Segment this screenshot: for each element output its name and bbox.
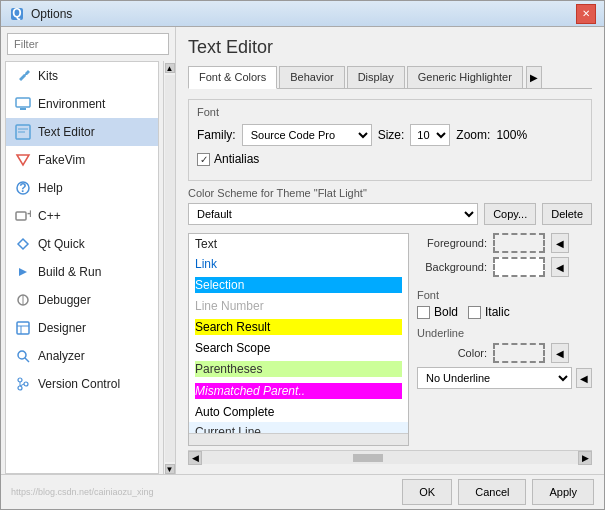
sidebar-item-kits[interactable]: Kits — [6, 62, 158, 90]
sidebar-item-cpp[interactable]: ++ C++ — [6, 202, 158, 230]
sidebar-item-help[interactable]: ? Help — [6, 174, 158, 202]
antialias-row: Antialias — [197, 152, 583, 166]
background-row: Background: ◀ — [417, 257, 592, 277]
list-item-autocomplete[interactable]: Auto Complete — [189, 402, 408, 422]
font-section-label: Font — [197, 106, 583, 118]
list-item-searchscope[interactable]: Search Scope — [189, 338, 408, 358]
underline-color-arrow[interactable]: ◀ — [551, 343, 569, 363]
color-list-hscroll — [189, 433, 408, 445]
h-scroll-thumb[interactable] — [353, 454, 383, 462]
cancel-button[interactable]: Cancel — [458, 479, 526, 505]
sidebar-item-designer[interactable]: Designer — [6, 314, 158, 342]
h-scroll-left-btn[interactable]: ◀ — [188, 451, 202, 465]
debugger-icon — [14, 291, 32, 309]
right-panel: Foreground: ◀ Background: ◀ Font — [417, 233, 592, 446]
sidebar-item-texteditor[interactable]: Text Editor — [6, 118, 158, 146]
svg-point-21 — [24, 382, 28, 386]
sidebar-item-label: Analyzer — [38, 349, 85, 363]
font-family-select[interactable]: Source Code Pro — [242, 124, 372, 146]
zoom-value: 100% — [496, 128, 527, 142]
list-item-selection[interactable]: Selection — [189, 274, 408, 296]
watermark: https://blog.csdn.net/cainiaozu_xing — [11, 487, 158, 497]
close-button[interactable]: ✕ — [576, 4, 596, 24]
list-item-currentline[interactable]: Current Line — [189, 422, 408, 433]
analyzer-icon — [14, 347, 32, 365]
underline-label: Underline — [417, 327, 592, 339]
list-item-searchresult[interactable]: Search Result — [189, 316, 408, 338]
list-item-linenumber[interactable]: Line Number — [189, 296, 408, 316]
tab-generichighlighter[interactable]: Generic Highlighter — [407, 66, 523, 88]
font-family-row: Family: Source Code Pro Size: 10 Zoom: 1… — [197, 124, 583, 146]
ok-button[interactable]: OK — [402, 479, 452, 505]
sidebar-item-label: C++ — [38, 209, 61, 223]
tab-next-arrow[interactable]: ▶ — [526, 66, 542, 88]
sidebar-item-debugger[interactable]: Debugger — [6, 286, 158, 314]
app-icon: Q — [9, 6, 25, 22]
foreground-row: Foreground: ◀ — [417, 233, 592, 253]
delete-scheme-button[interactable]: Delete — [542, 203, 592, 225]
list-item-link[interactable]: Link — [189, 254, 408, 274]
underline-style-select[interactable]: No Underline — [417, 367, 572, 389]
foreground-arrow[interactable]: ◀ — [551, 233, 569, 253]
color-scheme-label: Color Scheme for Theme "Flat Light" — [188, 187, 592, 199]
versioncontrol-icon — [14, 375, 32, 393]
italic-label: Italic — [485, 305, 510, 319]
size-label: Size: — [378, 128, 405, 142]
bold-label: Bold — [434, 305, 458, 319]
sidebar-item-label: Text Editor — [38, 125, 95, 139]
sidebar-scroll-up[interactable]: ▲ — [165, 63, 175, 73]
sidebar-item-qtquick[interactable]: Qt Quick — [6, 230, 158, 258]
underline-color-swatch[interactable] — [493, 343, 545, 363]
h-scroll-right-btn[interactable]: ▶ — [578, 451, 592, 465]
tab-behavior[interactable]: Behavior — [279, 66, 344, 88]
italic-checkbox[interactable] — [468, 306, 481, 319]
colors-area: Text Link Selection Line Number Search R… — [188, 233, 592, 446]
list-item-parentheses[interactable]: Parentheses — [189, 358, 408, 380]
sidebar-item-label: Help — [38, 181, 63, 195]
wrench-icon — [14, 67, 32, 85]
svg-point-19 — [18, 378, 22, 382]
list-item-text[interactable]: Text — [189, 234, 408, 254]
background-swatch[interactable] — [493, 257, 545, 277]
background-arrow[interactable]: ◀ — [551, 257, 569, 277]
underline-color-label: Color: — [417, 347, 487, 359]
antialias-checkbox[interactable] — [197, 153, 210, 166]
underline-section: Underline Color: ◀ No Underline ◀ — [417, 327, 592, 389]
monitor-icon — [14, 95, 32, 113]
color-list-items: Text Link Selection Line Number Search R… — [189, 234, 408, 433]
svg-marker-7 — [17, 155, 29, 165]
bold-checkbox[interactable] — [417, 306, 430, 319]
qtquick-icon — [14, 235, 32, 253]
sidebar-item-fakevim[interactable]: FakeVim — [6, 146, 158, 174]
bottom-bar: https://blog.csdn.net/cainiaozu_xing OK … — [1, 474, 604, 509]
copy-scheme-button[interactable]: Copy... — [484, 203, 536, 225]
svg-rect-14 — [17, 322, 29, 334]
sidebar-item-label: FakeVim — [38, 153, 85, 167]
svg-point-17 — [18, 351, 26, 359]
font-section: Font Family: Source Code Pro Size: 10 Zo… — [188, 99, 592, 181]
svg-rect-2 — [16, 98, 30, 107]
svg-line-18 — [25, 358, 29, 362]
font-subsection: Font Bold Italic — [417, 289, 592, 319]
foreground-swatch[interactable] — [493, 233, 545, 253]
sidebar-item-environment[interactable]: Environment — [6, 90, 158, 118]
underline-style-arrow[interactable]: ◀ — [576, 368, 592, 388]
zoom-label: Zoom: — [456, 128, 490, 142]
sidebar-item-buildrun[interactable]: Build & Run — [6, 258, 158, 286]
sidebar-scroll-down[interactable]: ▼ — [165, 464, 175, 474]
h-scroll-track[interactable] — [204, 454, 576, 462]
tab-display[interactable]: Display — [347, 66, 405, 88]
sidebar-item-analyzer[interactable]: Analyzer — [6, 342, 158, 370]
sidebar-item-label: Version Control — [38, 377, 120, 391]
family-label: Family: — [197, 128, 236, 142]
tab-fontcolors[interactable]: Font & Colors — [188, 66, 277, 89]
sidebar-item-versioncontrol[interactable]: Version Control — [6, 370, 158, 398]
font-size-select[interactable]: 10 — [410, 124, 450, 146]
bold-italic-row: Bold Italic — [417, 305, 592, 319]
apply-button[interactable]: Apply — [532, 479, 594, 505]
color-scheme-select[interactable]: Default — [188, 203, 478, 225]
filter-input[interactable] — [7, 33, 169, 55]
font-sub-label: Font — [417, 289, 592, 301]
svg-point-20 — [18, 386, 22, 390]
list-item-mismatched[interactable]: Mismatched Parent.. — [189, 380, 408, 402]
